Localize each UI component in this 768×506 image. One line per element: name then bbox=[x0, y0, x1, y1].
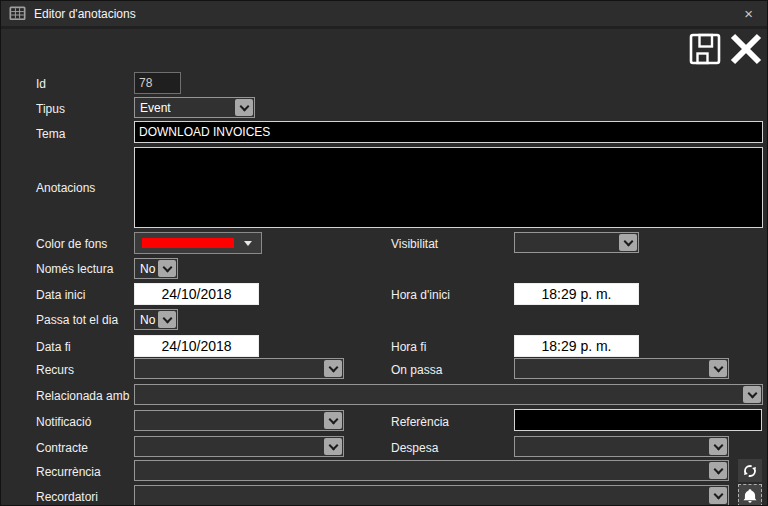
chevron-down-icon bbox=[709, 438, 727, 455]
annotation-editor-window: Editor d'anotacions × Id Tipus Event Tem… bbox=[0, 0, 768, 506]
refresh-icon bbox=[742, 463, 758, 479]
chevron-down-icon bbox=[324, 360, 342, 377]
data-inici-field[interactable] bbox=[134, 283, 259, 305]
relacionada-amb-select[interactable] bbox=[134, 384, 763, 405]
field-label-recurs: Recurs bbox=[36, 363, 74, 377]
referencia-field[interactable] bbox=[514, 409, 762, 431]
chevron-down-icon bbox=[158, 311, 176, 328]
chevron-down-icon bbox=[244, 241, 252, 246]
table-grid-icon bbox=[9, 6, 26, 21]
field-label-despesa: Despesa bbox=[391, 441, 438, 455]
nomes-lectura-select[interactable]: No bbox=[134, 258, 178, 279]
field-label-on-passa: On passa bbox=[391, 363, 442, 377]
background-color-select[interactable] bbox=[134, 232, 262, 254]
passa-tot-el-dia-select[interactable]: No bbox=[134, 309, 178, 330]
recordatori-select[interactable] bbox=[134, 485, 729, 506]
tipus-select[interactable]: Event bbox=[134, 97, 255, 118]
chevron-down-icon bbox=[619, 234, 637, 251]
window-title: Editor d'anotacions bbox=[34, 7, 136, 21]
chevron-down-icon bbox=[324, 412, 342, 429]
chevron-down-icon bbox=[709, 462, 727, 479]
recurrence-refresh-button[interactable] bbox=[738, 459, 762, 482]
cancel-button[interactable] bbox=[725, 28, 767, 70]
field-label-recurrencia: Recurrència bbox=[36, 465, 101, 479]
chevron-down-icon bbox=[743, 386, 761, 403]
field-label-tipus: Tipus bbox=[36, 102, 65, 116]
field-label-hora-inici: Hora d'inici bbox=[391, 288, 450, 302]
field-label-nomes-lectura: Només lectura bbox=[36, 262, 113, 276]
color-swatch-red bbox=[142, 238, 234, 248]
field-label-data-fi: Data fi bbox=[36, 340, 71, 354]
bell-icon bbox=[742, 488, 758, 504]
recurrencia-select[interactable] bbox=[134, 460, 729, 481]
visibilitat-select[interactable] bbox=[514, 232, 639, 253]
titlebar: Editor d'anotacions × bbox=[1, 1, 767, 29]
chevron-down-icon bbox=[709, 360, 727, 377]
id-field[interactable] bbox=[134, 72, 181, 94]
notificacio-select[interactable] bbox=[134, 410, 344, 431]
recurs-select[interactable] bbox=[134, 358, 344, 379]
hora-inici-field[interactable] bbox=[514, 283, 639, 305]
on-passa-select[interactable] bbox=[514, 358, 729, 379]
field-label-contracte: Contracte bbox=[36, 441, 88, 455]
field-label-data-inici: Data inici bbox=[36, 288, 85, 302]
field-label-visibilitat: Visibilitat bbox=[391, 237, 438, 251]
tipus-selected-value: Event bbox=[135, 101, 235, 115]
hora-fi-field[interactable] bbox=[514, 335, 639, 357]
data-fi-field[interactable] bbox=[134, 335, 259, 357]
chevron-down-icon bbox=[235, 99, 253, 116]
anotacions-textarea[interactable] bbox=[134, 147, 763, 228]
field-label-hora-fi: Hora fi bbox=[391, 340, 426, 354]
save-button[interactable] bbox=[686, 30, 724, 68]
field-label-passa-tot-el-dia: Passa tot el dia bbox=[36, 313, 118, 327]
field-label-tema: Tema bbox=[36, 127, 65, 141]
field-label-relacionada-amb: Relacionada amb bbox=[36, 389, 129, 403]
despesa-select[interactable] bbox=[514, 436, 729, 457]
close-icon[interactable]: × bbox=[744, 6, 753, 21]
floppy-disk-icon bbox=[687, 31, 723, 67]
field-label-color-de-fons: Color de fons bbox=[36, 237, 107, 251]
chevron-down-icon bbox=[324, 438, 342, 455]
reminder-bell-button[interactable] bbox=[738, 484, 762, 506]
field-label-id: Id bbox=[36, 77, 46, 91]
chevron-down-icon bbox=[158, 260, 176, 277]
tema-field[interactable] bbox=[134, 121, 763, 143]
passa-tot-el-dia-selected-value: No bbox=[135, 313, 158, 327]
nomes-lectura-selected-value: No bbox=[135, 262, 158, 276]
field-label-recordatori: Recordatori bbox=[36, 490, 98, 504]
field-label-notificacio: Notificació bbox=[36, 415, 91, 429]
field-label-referencia: Referència bbox=[391, 415, 449, 429]
field-label-anotacions: Anotacions bbox=[36, 181, 95, 195]
chevron-down-icon bbox=[709, 487, 727, 504]
x-icon bbox=[726, 29, 766, 69]
contracte-select[interactable] bbox=[134, 436, 344, 457]
